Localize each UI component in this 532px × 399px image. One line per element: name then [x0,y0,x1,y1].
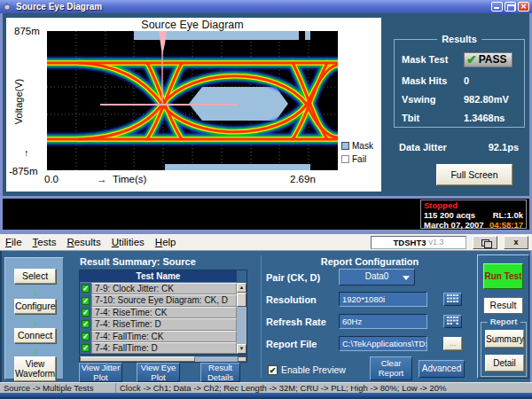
summary-button[interactable]: Summary [485,330,524,348]
table-row[interactable]: ✓ 7-4: RiseTime: D [80,318,237,330]
run-panel: Run Test Result Report Summary Detail [477,254,529,379]
clear-report-button[interactable]: Clear Report [370,356,412,380]
app-version-badge: TDSHT3 v1.3 [371,236,466,249]
resolution-keypad-button[interactable] [443,293,462,306]
acquisition-status: Stopped [424,200,458,210]
x-axis-min-label: 0.0 [44,174,59,184]
report-file-field[interactable]: C:\TekApplications\TDSHT [339,336,427,351]
mask-hits-value: 0 [464,75,469,86]
data-jitter-label: Data Jitter [399,142,447,153]
acquisition-date: March 07, 2007 [424,220,484,230]
run-test-button[interactable]: Run Test [483,263,523,289]
advanced-button[interactable]: Advanced [419,360,465,378]
y-axis-min-label: -875m [9,166,38,176]
results-panel: Results Mask Test ✔ PASS Mask Hits 0 Vsw… [381,13,532,196]
table-row[interactable]: ✓ 7-9: Clock Jitter: CK [80,283,237,294]
app-close-button[interactable]: x [504,236,528,249]
table-column-header: Test Name [80,270,237,283]
application-window: Source Eye Diagram ✕ Source Eye Diagram … [0,0,532,399]
window-titlebar[interactable]: Source Eye Diagram ✕ [0,0,532,13]
table-row[interactable]: ✓ 7-10: Source Eye Diagram: CK, D [80,294,237,306]
status-configuration: Clock -> Ch1; Data -> Ch2; Rec Length ->… [116,383,532,393]
table-horizontal-scrollbar[interactable] [79,356,247,363]
scrollbar-thumb[interactable] [237,293,246,307]
tdsht3-app-panel: Select ↓ Configure ↓ Connect ↓ View Wave… [0,251,532,382]
app-icon [3,2,12,12]
app-version: v1.3 [428,238,443,246]
full-screen-button[interactable]: Full Screen [436,164,512,185]
table-row[interactable]: ✓ 7-4: FallTime: D [80,342,237,354]
menu-file[interactable]: File [0,237,27,247]
workflow-arrow-icon: ↓ [5,317,65,327]
menu-help[interactable]: Help [150,237,182,247]
workflow-panel: Select ↓ Configure ↓ Connect ↓ View Wave… [4,257,64,379]
scroll-up-icon[interactable]: ▲ [237,283,246,293]
x-axis-label: → Time(s) [97,174,146,184]
pass-check-icon: ✓ [80,318,91,330]
resolution-label: Resolution [266,294,317,305]
table-row[interactable]: ✓ 7-4: FallTime: CK [80,331,237,342]
acquisition-count: 115 200 acqs [424,210,475,220]
window-bottom-edge [0,393,532,399]
y-axis-arrow-icon: ↑ [24,147,29,158]
vswing-label: Vswing [402,94,464,105]
refresh-rate-field[interactable]: 60Hz [339,314,427,329]
minimize-button[interactable] [491,2,503,12]
scope-display-area: Source Eye Diagram 875m Voltage(V) ↑ -87… [0,13,532,196]
menu-results[interactable]: Results [61,237,106,247]
configure-button[interactable]: Configure [14,299,56,314]
vswing-value: 982.80mV [464,94,509,105]
acquisition-status-box: Stopped 115 200 acqs RL:1.0k March 07, 2… [420,200,527,229]
record-length: RL:1.0k [493,210,523,220]
connect-button[interactable]: Connect [14,328,56,343]
mask-test-label: Mask Test [402,54,464,65]
pass-check-icon: ✔ [466,52,477,66]
pass-check-icon: ✓ [80,331,91,342]
app-restore-button[interactable] [473,236,497,249]
resolution-field[interactable]: 1920*1080i [339,292,427,307]
detail-button[interactable]: Detail [485,355,524,372]
section-divider [261,255,262,378]
scrollbar-thumb[interactable] [80,356,195,362]
scrollbar-corner [238,356,246,362]
keypad-icon [447,294,458,302]
plot-title: Source Eye Diagram [47,19,338,31]
scroll-down-icon[interactable]: ▼ [237,344,246,354]
close-button[interactable]: ✕ [518,2,529,12]
view-eye-plot-button[interactable]: View Eye Plot [137,363,180,382]
menu-bar: File Tests Results Utilities Help TDSHT3… [0,233,532,251]
enable-preview-checkbox[interactable]: ✔ [268,365,278,375]
refresh-keypad-button[interactable] [443,315,462,328]
view-jitter-plot-button[interactable]: View Jitter Plot [79,363,122,382]
maximize-button[interactable] [505,2,516,12]
table-row[interactable]: ✓ 7-4: RiseTime: CK [80,307,237,318]
mask-hits-label: Mask Hits [402,75,464,86]
menu-utilities[interactable]: Utilities [106,237,150,247]
app-name: TDSHT3 [394,238,426,247]
pass-check-icon: ✓ [80,283,91,294]
y-axis-max-label: 875m [14,26,40,36]
eye-diagram-plot[interactable] [47,31,338,170]
browse-file-button[interactable]: … [443,337,462,350]
pass-check-icon: ✓ [80,294,91,306]
chevron-down-icon [403,276,410,280]
report-group: Report Summary Detail [481,322,527,377]
report-file-label: Report File [266,339,317,349]
pair-label: Pair (CK, D) [266,272,320,283]
keypad-icon [447,317,458,325]
enable-preview-label: Enable Preview [281,364,346,375]
fail-legend-label: Fail [352,154,366,164]
view-waveform-button[interactable]: View Waveform [14,356,56,381]
table-vertical-scrollbar[interactable]: ▲ ▼ [237,283,246,354]
pair-dropdown[interactable]: Data0 [339,269,415,286]
enable-preview-row: ✔ Enable Preview [268,364,346,375]
pass-check-icon: ✓ [80,342,91,354]
acquisition-strip: Stopped 115 200 acqs RL:1.0k March 07, 2… [0,199,532,230]
fail-legend-swatch [341,155,349,163]
menu-tests[interactable]: Tests [27,237,62,247]
report-config-title: Report Configuration [268,256,472,267]
select-button[interactable]: Select [14,269,56,284]
refresh-rate-label: Refresh Rate [266,317,326,327]
result-button[interactable]: Result [483,297,523,314]
result-details-button[interactable]: Result Details [200,363,240,382]
